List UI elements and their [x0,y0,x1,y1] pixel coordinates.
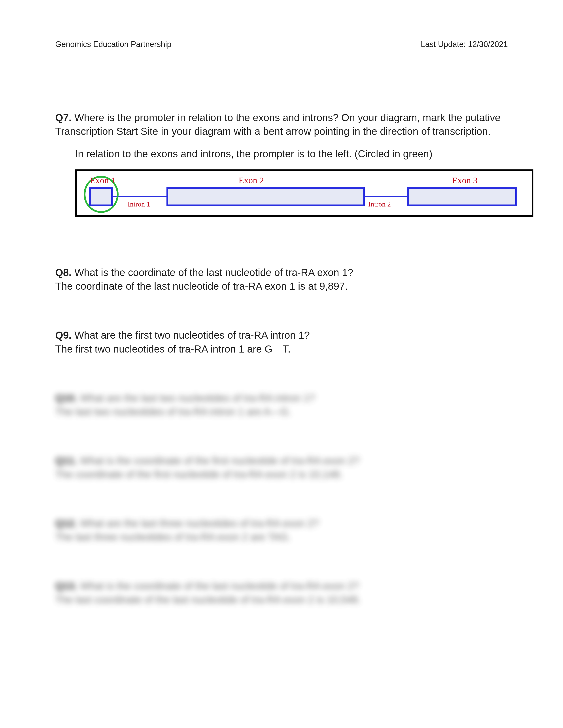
q7-question: Where is the promoter in relation to the… [55,112,501,137]
q9-question: What are the first two nucleotides of tr… [74,329,310,341]
q11-answer: The coordinate of the first nucleotide o… [55,469,343,480]
q7-answer: In relation to the exons and introns, th… [75,147,508,161]
q11-label: Q11. [55,455,77,466]
q7-label: Q7. [55,112,71,123]
gene-diagram: Exon 1 Exon 2 Exon 3 Intron 1 Intron 2 [75,169,533,217]
q10-question: What are the last two nucleotides of tra… [80,392,315,404]
document-page: Genomics Education Partnership Last Upda… [0,0,563,728]
question-q13: Q13. What is the coordinate of the last … [55,579,508,606]
question-q7: Q7. Where is the promoter in relation to… [55,111,508,138]
header-right: Last Update: 12/30/2021 [421,40,508,49]
q11-question: What is the coordinate of the first nucl… [80,455,360,466]
question-q10: Q10. What are the last two nucleotides o… [55,391,508,418]
exon-2-label: Exon 2 [239,175,264,185]
q9-answer: The first two nucleotides of tra-RA intr… [55,343,291,355]
question-q8: Q8. What is the coordinate of the last n… [55,266,508,293]
q8-answer: The coordinate of the last nucleotide of… [55,280,348,292]
q8-question: What is the coordinate of the last nucle… [74,267,353,278]
exon-1-box [90,188,112,205]
q12-question: What are the last three nucleotides of t… [80,518,319,529]
q10-label: Q10. [55,392,77,404]
q13-label: Q13. [55,580,77,592]
intron-1-label: Intron 1 [128,200,150,208]
q9-label: Q9. [55,329,71,341]
q8-label: Q8. [55,267,71,278]
question-q12: Q12. What are the last three nucleotides… [55,516,508,544]
exon-3-box [408,188,516,205]
exon-3-label: Exon 3 [452,175,477,185]
intron-2-label: Intron 2 [368,200,391,208]
q12-answer: The last three nucleotides of tra-RA exo… [55,531,291,543]
gene-diagram-svg: Exon 1 Exon 2 Exon 3 Intron 1 Intron 2 [77,171,532,215]
q13-answer: The last coordinate of the last nucleoti… [55,594,361,605]
q10-answer: The last two nucleotides of tra-RA intro… [55,406,291,417]
header-left: Genomics Education Partnership [55,40,171,49]
q12-label: Q12. [55,518,77,529]
question-q11: Q11. What is the coordinate of the first… [55,454,508,481]
question-q9: Q9. What are the first two nucleotides o… [55,328,508,356]
q13-question: What is the coordinate of the last nucle… [80,580,359,592]
page-header: Genomics Education Partnership Last Upda… [55,40,508,49]
exon-1-label: Exon 1 [90,175,115,185]
exon-2-box [167,188,364,205]
